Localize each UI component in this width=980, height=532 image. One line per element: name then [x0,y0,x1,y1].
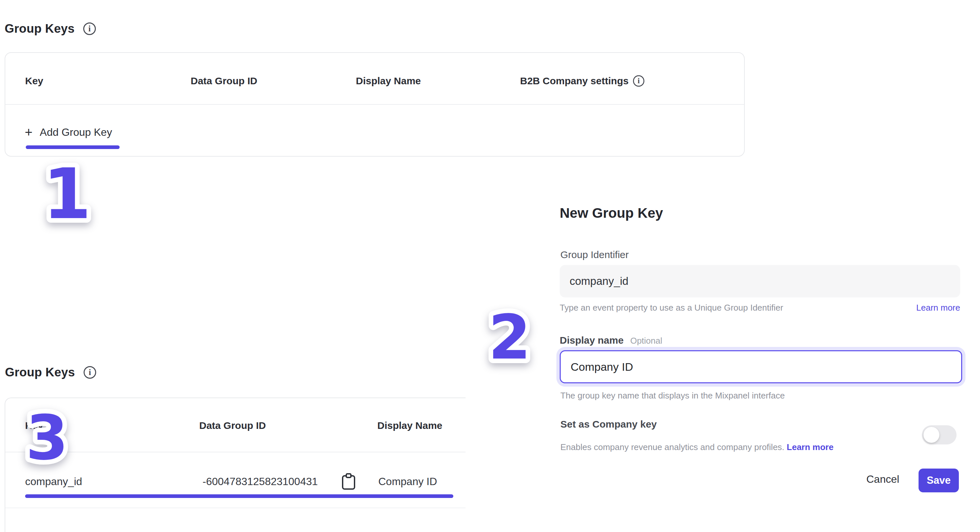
add-group-key-label: Add Group Key [40,126,112,139]
group-keys-table-top: Key Data Group ID Display Name B2B Compa… [5,52,745,157]
column-header-display-name: Display Name [377,419,442,432]
column-header-data-group-id: Data Group ID [199,419,266,432]
company-key-helper-row: Enables company revenue analytics and co… [560,441,834,453]
display-name-input[interactable] [561,351,961,382]
plus-icon: + [25,126,32,139]
company-key-help-text: Enables company revenue analytics and co… [560,442,784,452]
column-header-b2b-settings: B2B Company settings i [520,75,645,87]
cancel-button[interactable]: Cancel [866,473,899,486]
annotation-underline-row [25,494,453,498]
annotation-underline-add-button [26,145,119,149]
toggle-knob [923,427,939,443]
step-2-badge: 2 [469,297,562,383]
svg-text:i: i [638,76,640,85]
group-identifier-helper-row: Type an event property to use as a Uniqu… [560,302,960,313]
add-group-key-button[interactable]: + Add Group Key [25,126,112,139]
group-identifier-help-text: Type an event property to use as a Uniqu… [560,302,783,313]
svg-text:3: 3 [26,402,68,473]
info-icon[interactable]: i [83,22,97,36]
page-title: Group Keys [5,22,75,36]
identifier-learn-more-link[interactable]: Learn more [916,302,960,313]
group-keys-heading-bottom: Group Keys i [5,365,97,379]
row-display-name-cell: Company ID [378,475,437,488]
save-button[interactable]: Save [918,468,959,492]
page: Group Keys i Key Data Group ID Display N… [0,0,980,532]
company-key-toggle[interactable] [922,425,956,444]
copy-icon[interactable] [341,473,356,491]
row-data-group-id-cell: -6004783125823100431 [202,475,318,488]
group-identifier-field-shell [560,265,960,297]
company-key-learn-more-link[interactable]: Learn more [787,442,834,452]
dialog-title: New Group Key [560,205,663,221]
display-name-optional-tag: Optional [630,335,662,347]
group-identifier-input[interactable] [560,265,960,297]
info-icon[interactable]: i [83,365,97,379]
table-row-divider [5,508,466,508]
svg-text:1: 1 [43,154,91,235]
svg-text:i: i [89,368,91,377]
company-key-label: Set as Company key [560,418,657,430]
table-header-divider [5,104,744,105]
column-header-display-name: Display Name [356,75,421,87]
display-name-label: Display name [560,334,624,346]
page-title-bottom: Group Keys [5,365,75,379]
display-name-label-row: Display name Optional [560,334,662,347]
column-header-key: Key [25,75,43,87]
group-keys-heading-top: Group Keys i [5,22,97,36]
step-3-badge: 3 [6,398,99,484]
display-name-field-shell [560,350,962,383]
step-1-badge: 1 [28,150,114,236]
svg-text:i: i [88,24,91,33]
group-identifier-label: Group Identifier [560,249,629,261]
svg-text:2: 2 [488,302,531,373]
info-icon[interactable]: i [632,75,645,87]
column-header-data-group-id: Data Group ID [191,75,258,87]
display-name-help-text: The group key name that displays in the … [560,390,785,401]
